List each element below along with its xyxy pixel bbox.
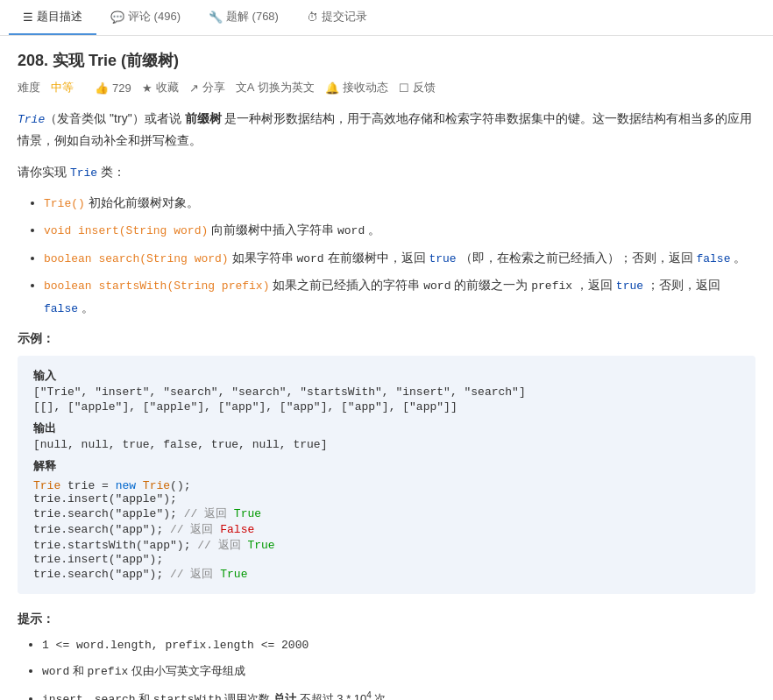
hints-list: 1 <= word.length, prefix.length <= 2000 … bbox=[18, 634, 755, 700]
content-area: 208. 实现 Trie (前缀树) 难度 中等 👍 729 ★ 收藏 ↗ 分享… bbox=[0, 36, 773, 700]
meta-row: 难度 中等 👍 729 ★ 收藏 ↗ 分享 文A 切换为英文 🔔 接收动态 ☐ … bbox=[18, 80, 755, 95]
hints-section: 提示： 1 <= word.length, prefix.length <= 2… bbox=[18, 612, 755, 700]
description-icon: ☰ bbox=[23, 11, 33, 24]
difficulty-label: 难度 bbox=[18, 80, 40, 95]
explain-section: 解释 Trie trie = new Trie(); trie.insert("… bbox=[33, 458, 740, 582]
switch-lang-button[interactable]: 文A 切换为英文 bbox=[236, 80, 316, 95]
hints-title: 提示： bbox=[18, 612, 755, 627]
example-box: 输入 ["Trie", "insert", "search", "search"… bbox=[18, 356, 755, 594]
description-body: Trie（发音类似 "try"）或者说 前缀树 是一种树形数据结构，用于高效地存… bbox=[18, 108, 755, 319]
intro-paragraph: Trie（发音类似 "try"）或者说 前缀树 是一种树形数据结构，用于高效地存… bbox=[18, 108, 755, 152]
tab-submissions[interactable]: ⏱ 提交记录 bbox=[293, 0, 381, 35]
thumbs-up-icon: 👍 bbox=[95, 81, 109, 95]
output-value: [null, null, true, false, true, null, tr… bbox=[33, 438, 327, 451]
likes-button[interactable]: 👍 729 bbox=[95, 81, 131, 95]
intro-line2: 请你实现 Trie 类： bbox=[18, 161, 755, 183]
example-section-label: 示例： bbox=[18, 331, 755, 347]
method-item-4: boolean startsWith(String prefix) 如果之前已经… bbox=[44, 274, 755, 319]
subscribe-button[interactable]: 🔔 接收动态 bbox=[325, 80, 388, 95]
feedback-icon: ☐ bbox=[399, 81, 409, 95]
input-label: 输入 bbox=[33, 369, 56, 382]
submissions-icon: ⏱ bbox=[307, 11, 318, 24]
method-item-1: Trie() 初始化前缀树对象。 bbox=[44, 192, 755, 214]
feedback-button[interactable]: ☐ 反馈 bbox=[399, 80, 436, 95]
tab-description-label: 题目描述 bbox=[37, 9, 82, 25]
hint-item-1: 1 <= word.length, prefix.length <= 2000 bbox=[42, 634, 755, 655]
method-item-3: boolean search(String word) 如果字符串 word 在… bbox=[44, 247, 755, 269]
share-button[interactable]: ↗ 分享 bbox=[189, 80, 225, 95]
hint-item-3: insert、search 和 startsWith 调用次数 总计 不超过 3… bbox=[42, 688, 755, 700]
likes-count: 729 bbox=[112, 81, 131, 95]
translate-icon: 文A bbox=[236, 80, 255, 95]
solutions-icon: 🔧 bbox=[209, 11, 223, 24]
tab-comments-label: 评论 (496) bbox=[128, 9, 181, 25]
tab-solutions-label: 题解 (768) bbox=[226, 9, 279, 25]
tab-comments[interactable]: 💬 评论 (496) bbox=[96, 0, 195, 35]
input-section: 输入 ["Trie", "insert", "search", "search"… bbox=[33, 368, 740, 414]
explain-code-block: Trie trie = new Trie(); trie.insert("app… bbox=[33, 479, 740, 582]
star-icon: ★ bbox=[142, 81, 152, 95]
problem-title: 208. 实现 Trie (前缀树) bbox=[18, 50, 755, 71]
tab-submissions-label: 提交记录 bbox=[322, 9, 367, 25]
input-line2: [[], ["apple"], ["apple"], ["app"], ["ap… bbox=[33, 400, 457, 414]
share-icon: ↗ bbox=[189, 81, 199, 95]
collect-button[interactable]: ★ 收藏 bbox=[142, 80, 179, 95]
methods-list: Trie() 初始化前缀树对象。 void insert(String word… bbox=[18, 192, 755, 319]
tabs-bar: ☰ 题目描述 💬 评论 (496) 🔧 题解 (768) ⏱ 提交记录 bbox=[0, 0, 773, 36]
tab-description[interactable]: ☰ 题目描述 bbox=[9, 0, 96, 35]
output-section: 输出 [null, null, true, false, true, null,… bbox=[33, 421, 740, 451]
method-item-2: void insert(String word) 向前缀树中插入字符串 word… bbox=[44, 219, 755, 241]
tab-solutions[interactable]: 🔧 题解 (768) bbox=[195, 0, 293, 35]
explain-label: 解释 bbox=[33, 459, 56, 472]
hint-item-2: word 和 prefix 仅由小写英文字母组成 bbox=[42, 661, 755, 682]
bell-icon: 🔔 bbox=[325, 81, 339, 95]
comments-icon: 💬 bbox=[110, 11, 124, 24]
difficulty-value: 中等 bbox=[51, 80, 74, 95]
input-line1: ["Trie", "insert", "search", "search", "… bbox=[33, 385, 526, 399]
output-label: 输出 bbox=[33, 421, 56, 435]
